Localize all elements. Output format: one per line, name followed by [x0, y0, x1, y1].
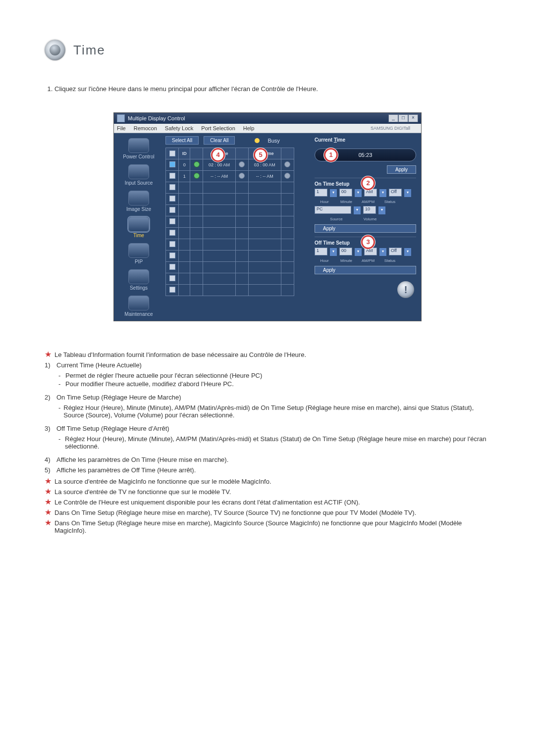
- table-row[interactable]: [166, 285, 294, 296]
- row-checkbox[interactable]: [169, 173, 175, 179]
- table-row[interactable]: [166, 205, 294, 216]
- list-number: 1): [45, 361, 56, 369]
- on-source-input[interactable]: PC: [315, 206, 351, 214]
- apply-current-time-button[interactable]: Apply: [387, 165, 416, 174]
- window-title: Multiple Display Control: [128, 115, 185, 121]
- table-row[interactable]: [166, 182, 294, 194]
- callout-badge-2: 2: [361, 176, 375, 190]
- sidebar-item-image-size[interactable]: Image Size: [118, 190, 160, 212]
- menu-help[interactable]: Help: [243, 125, 255, 131]
- chevron-down-icon[interactable]: ▾: [378, 206, 386, 215]
- current-time-label: Current Time: [315, 137, 416, 143]
- table-row[interactable]: [166, 228, 294, 239]
- apply-on-time-button[interactable]: Apply: [315, 224, 416, 233]
- table-row[interactable]: 0 02 : 00 AM 03 : 00 AM: [166, 159, 294, 171]
- callout-badge-5: 5: [254, 148, 268, 162]
- table-row[interactable]: 1 -- : -- AM -- : -- AM: [166, 171, 294, 182]
- note-text: Off Time Setup (Réglage Heure d'Arrêt): [56, 425, 169, 432]
- status-led-icon: [194, 161, 200, 167]
- off-status-input[interactable]: Off: [389, 248, 402, 255]
- row-checkbox[interactable]: [169, 264, 175, 270]
- off-hour-input[interactable]: 1: [315, 248, 327, 255]
- sidebar-item-label: Time: [118, 233, 160, 238]
- row-checkbox[interactable]: [169, 161, 175, 167]
- sidebar-item-power-control[interactable]: Power Control: [118, 137, 160, 159]
- row-checkbox[interactable]: [169, 241, 175, 247]
- list-number: 2): [45, 394, 56, 401]
- maintenance-icon: [128, 296, 149, 310]
- on-minute-input[interactable]: 00: [339, 189, 352, 197]
- sidebar-item-label: Settings: [118, 285, 160, 291]
- col-check: ✓: [166, 148, 179, 159]
- menu-remocon[interactable]: Remocon: [134, 125, 157, 131]
- row-checkbox[interactable]: [169, 218, 175, 224]
- chevron-down-icon[interactable]: ▾: [379, 248, 387, 256]
- intro-step-1: Cliquez sur l'icône Heure dans le menu p…: [54, 85, 490, 93]
- current-time-display: 1 05:23: [315, 149, 416, 161]
- busy-indicator-icon: [255, 138, 260, 143]
- table-row[interactable]: [166, 194, 294, 205]
- select-all-button[interactable]: Select All: [165, 136, 199, 145]
- on-volume-input[interactable]: 10: [363, 206, 376, 214]
- star-icon: ★: [45, 351, 52, 358]
- row-checkbox[interactable]: [169, 184, 175, 190]
- row-checkbox[interactable]: [169, 275, 175, 281]
- label-ampm: AM/PM: [358, 200, 378, 204]
- label-status: Status: [380, 200, 400, 204]
- row-checkbox[interactable]: [169, 230, 175, 236]
- chevron-down-icon[interactable]: ▾: [329, 248, 337, 256]
- list-number: 5): [45, 466, 56, 474]
- check-all[interactable]: ✓: [169, 151, 175, 156]
- note-text: Permet de régler l'heure actuelle pour l…: [65, 372, 262, 379]
- star-icon: ★: [45, 509, 52, 516]
- star-icon: ★: [45, 478, 52, 485]
- label-hour: Hour: [315, 258, 334, 263]
- chevron-down-icon[interactable]: ▾: [353, 206, 361, 215]
- label-minute: Minute: [336, 200, 356, 204]
- star-icon: ★: [45, 488, 52, 495]
- sidebar-item-time[interactable]: Time: [118, 216, 160, 238]
- minimize-button[interactable]: _: [388, 114, 398, 122]
- chevron-down-icon[interactable]: ▾: [354, 248, 362, 256]
- label-minute: Minute: [336, 258, 356, 263]
- sidebar-item-label: Maintenance: [118, 311, 160, 317]
- sidebar-item-maintenance[interactable]: Maintenance: [118, 295, 160, 317]
- menu-safety-lock[interactable]: Safety Lock: [165, 125, 193, 131]
- menu-port-selection[interactable]: Port Selection: [201, 125, 235, 131]
- chevron-down-icon[interactable]: ▾: [404, 189, 412, 198]
- close-button[interactable]: ×: [408, 114, 418, 122]
- sidebar-item-settings[interactable]: Settings: [118, 268, 160, 291]
- table-row[interactable]: [166, 239, 294, 251]
- note-text: Le Contrôle de l'Heure est uniquement di…: [54, 499, 360, 506]
- table-row[interactable]: [166, 251, 294, 262]
- callout-badge-4: 4: [211, 148, 225, 162]
- menu-file[interactable]: File: [117, 125, 126, 131]
- clear-all-button[interactable]: Clear All: [204, 136, 235, 145]
- table-row[interactable]: [166, 273, 294, 285]
- table-row[interactable]: [166, 262, 294, 273]
- row-checkbox[interactable]: [169, 287, 175, 293]
- chevron-down-icon[interactable]: ▾: [329, 189, 337, 198]
- maximize-button[interactable]: □: [398, 114, 408, 122]
- table-row[interactable]: [166, 216, 294, 228]
- row-checkbox[interactable]: [169, 196, 175, 202]
- chevron-down-icon[interactable]: ▾: [354, 189, 362, 198]
- sidebar-item-input-source[interactable]: Input Source: [118, 163, 160, 186]
- warning-icon: !: [397, 281, 414, 298]
- dash-bullet: -: [58, 404, 63, 419]
- label-hour: Hour: [315, 200, 334, 204]
- on-status-input[interactable]: Off: [389, 189, 402, 197]
- off-minute-input[interactable]: 00: [339, 248, 352, 255]
- chevron-down-icon[interactable]: ▾: [404, 248, 412, 256]
- on-hour-input[interactable]: 1: [315, 189, 327, 197]
- sidebar-item-pip[interactable]: PIP: [118, 242, 160, 264]
- note-text: Dans On Time Setup (Réglage heure mise e…: [54, 509, 416, 516]
- note-text: Pour modifier l'heure actuelle, modifiez…: [65, 380, 234, 388]
- chevron-down-icon[interactable]: ▾: [379, 189, 387, 198]
- row-checkbox[interactable]: [169, 207, 175, 213]
- cell-id: 1: [179, 171, 190, 182]
- row-checkbox[interactable]: [169, 252, 175, 258]
- col-status-3: [281, 148, 294, 159]
- note-text: Le Tableau d'Information fournit l'infor…: [54, 351, 306, 358]
- apply-off-time-button[interactable]: Apply: [315, 266, 416, 274]
